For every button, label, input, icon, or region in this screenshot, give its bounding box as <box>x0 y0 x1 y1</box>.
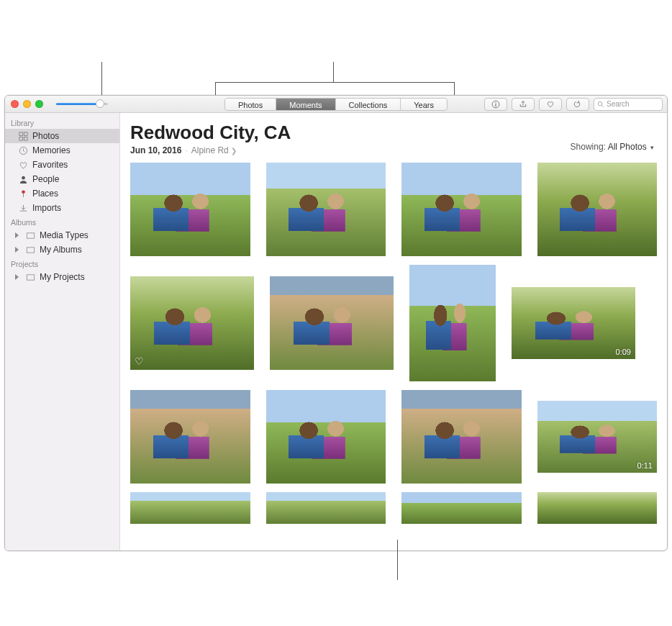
photo-thumbnail[interactable]: ♡ <box>130 276 254 370</box>
callout-line-tabs <box>333 62 334 82</box>
sidebar-item-label: Photos <box>32 131 59 141</box>
heart-icon <box>18 160 28 170</box>
photo-thumbnail[interactable]: 0:11 <box>537 401 658 473</box>
svg-rect-7 <box>495 104 496 106</box>
svg-rect-10 <box>19 132 22 135</box>
photo-grid: ♡0:090:11 <box>130 163 657 524</box>
video-duration-badge: 0:09 <box>616 348 631 356</box>
photo-thumbnail[interactable] <box>401 492 522 524</box>
disclosure-triangle-icon[interactable] <box>15 232 19 238</box>
callout-line-slider <box>101 62 102 95</box>
info-button[interactable] <box>484 98 507 111</box>
sidebar-item-label: Memories <box>32 145 71 155</box>
disclosure-triangle-icon[interactable] <box>15 247 19 253</box>
sidebar-item-label: Favorites <box>32 160 68 170</box>
photo-thumbnail[interactable] <box>409 265 496 381</box>
close-window-button[interactable] <box>11 100 19 108</box>
sidebar-item-my-albums[interactable]: My Albums <box>5 242 119 257</box>
svg-rect-19 <box>27 247 34 252</box>
moment-place[interactable]: Alpine Rd <box>191 145 229 155</box>
grid-row: ♡0:09 <box>130 265 657 381</box>
clock-icon <box>18 145 28 155</box>
svg-rect-20 <box>27 274 34 279</box>
sidebar-header-library: Library <box>5 116 119 129</box>
photo-thumbnail[interactable] <box>270 276 394 370</box>
moment-date[interactable]: Jun 10, 2016 <box>130 145 181 155</box>
grid-icon <box>18 131 28 141</box>
sidebar-item-label: Imports <box>32 203 61 213</box>
sidebar-item-label: My Albums <box>40 245 82 255</box>
tab-moments[interactable]: Moments <box>276 99 335 110</box>
callout-tick-left <box>215 82 216 95</box>
photo-thumbnail[interactable] <box>266 492 386 524</box>
sidebar-item-memories[interactable]: Memories <box>5 143 119 158</box>
sidebar-item-media-types[interactable]: Media Types <box>5 228 119 242</box>
content-area: Redwood City, CA Jun 10, 2016 · Alpine R… <box>120 113 667 550</box>
zoom-thumb[interactable] <box>96 99 104 108</box>
favorite-button[interactable] <box>539 98 562 111</box>
showing-label: Showing: <box>571 142 606 152</box>
search-icon <box>597 101 604 108</box>
tab-collections[interactable]: Collections <box>335 99 401 110</box>
svg-point-6 <box>495 102 496 104</box>
search-field[interactable]: Search <box>594 98 663 111</box>
tab-years[interactable]: Years <box>401 99 447 110</box>
sidebar-item-favorites[interactable]: Favorites <box>5 158 119 172</box>
photo-thumbnail[interactable] <box>130 492 250 524</box>
folder-icon <box>25 272 35 282</box>
showing-value: All Photos <box>608 142 647 152</box>
photo-thumbnail[interactable] <box>130 163 250 256</box>
sidebar-item-my-projects[interactable]: My Projects <box>5 270 119 284</box>
grid-row <box>130 492 657 524</box>
svg-line-9 <box>601 105 604 107</box>
photo-thumbnail[interactable] <box>401 390 522 484</box>
svg-point-15 <box>22 176 25 179</box>
showing-filter[interactable]: Showing: All Photos ▾ <box>571 142 654 152</box>
folder-icon <box>25 245 35 255</box>
minimize-window-button[interactable] <box>23 100 31 108</box>
favorite-badge-icon: ♡ <box>135 355 144 367</box>
chevron-down-icon: ▾ <box>650 144 654 151</box>
sidebar-item-places[interactable]: Places <box>5 186 119 201</box>
sidebar-item-label: Places <box>32 189 58 199</box>
svg-point-16 <box>22 190 25 194</box>
folder-icon <box>25 230 35 240</box>
svg-rect-13 <box>24 137 27 140</box>
app-window: Photos Moments Collections Years Search <box>4 95 668 551</box>
search-placeholder: Search <box>607 100 630 108</box>
titlebar: Photos Moments Collections Years Search <box>5 96 667 113</box>
callout-tick-right <box>454 82 455 95</box>
person-icon <box>18 174 28 184</box>
fullscreen-window-button[interactable] <box>35 100 43 108</box>
sidebar-item-people[interactable]: People <box>5 172 119 186</box>
video-duration-badge: 0:11 <box>637 461 653 470</box>
callout-brace-tabs <box>215 82 455 83</box>
share-button[interactable] <box>512 98 535 111</box>
grid-row <box>130 163 657 256</box>
photo-thumbnail[interactable]: 0:09 <box>512 287 635 359</box>
svg-point-8 <box>598 101 602 106</box>
photo-thumbnail[interactable] <box>537 492 658 524</box>
location-title: Redwood City, CA <box>130 122 657 144</box>
disclosure-triangle-icon[interactable] <box>15 274 19 280</box>
window-controls <box>11 100 43 108</box>
svg-rect-18 <box>27 232 34 237</box>
photo-thumbnail[interactable] <box>401 163 522 256</box>
photo-thumbnail[interactable] <box>266 390 386 484</box>
chevron-right-icon: ❯ <box>231 147 237 155</box>
sidebar-item-label: Media Types <box>40 230 88 240</box>
rotate-button[interactable] <box>566 98 589 111</box>
thumbnail-zoom-slider[interactable] <box>53 101 111 108</box>
photo-thumbnail[interactable] <box>537 163 658 256</box>
zoom-track[interactable] <box>56 103 108 105</box>
sidebar-item-imports[interactable]: Imports <box>5 201 119 215</box>
sidebar-header-projects: Projects <box>5 257 119 270</box>
svg-rect-11 <box>24 132 27 135</box>
tab-photos[interactable]: Photos <box>225 99 276 110</box>
callout-line-photo <box>397 540 398 580</box>
photo-thumbnail[interactable] <box>130 390 250 484</box>
grid-row: 0:11 <box>130 390 657 484</box>
photo-thumbnail[interactable] <box>266 163 386 256</box>
toolbar-buttons: Search <box>484 98 663 111</box>
sidebar-item-photos[interactable]: Photos <box>5 129 119 143</box>
